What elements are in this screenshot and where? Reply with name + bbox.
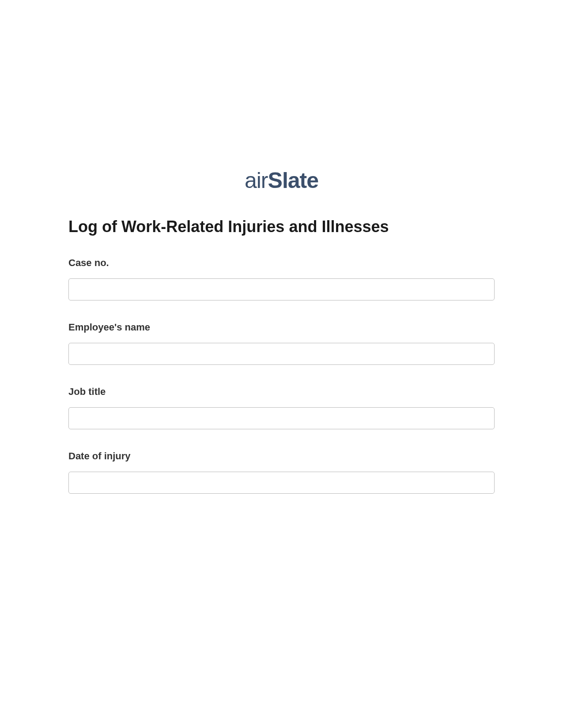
employee-name-input[interactable] [68, 343, 495, 365]
date-of-injury-input[interactable] [68, 472, 495, 494]
logo-text: airSlate [245, 168, 318, 193]
case-no-label: Case no. [68, 257, 495, 269]
form-page: airSlate Log of Work-Related Injuries an… [0, 0, 563, 494]
job-title-input[interactable] [68, 407, 495, 429]
employee-name-field: Employee's name [68, 322, 495, 365]
logo-prefix: air [245, 168, 268, 193]
job-title-label: Job title [68, 386, 495, 398]
logo: airSlate [68, 168, 495, 193]
job-title-field: Job title [68, 386, 495, 429]
case-no-input[interactable] [68, 278, 495, 300]
form-title: Log of Work-Related Injuries and Illness… [68, 218, 495, 236]
case-no-field: Case no. [68, 257, 495, 300]
employee-name-label: Employee's name [68, 322, 495, 333]
logo-suffix: Slate [268, 168, 319, 193]
date-of-injury-label: Date of injury [68, 450, 495, 462]
date-of-injury-field: Date of injury [68, 450, 495, 494]
